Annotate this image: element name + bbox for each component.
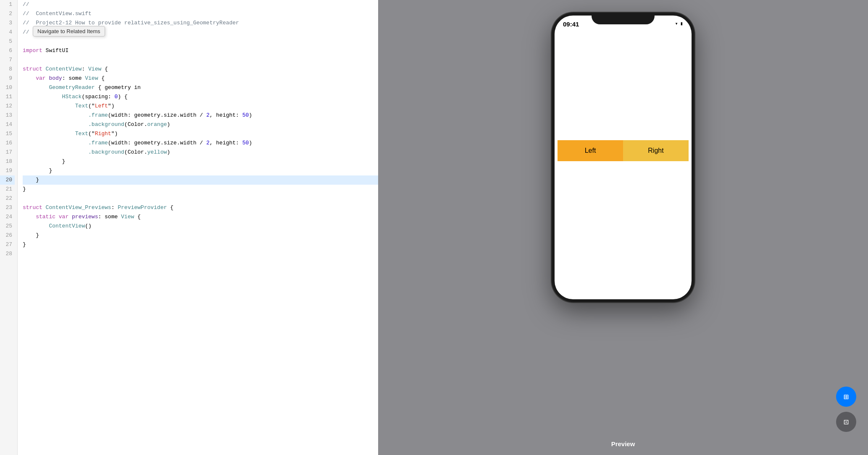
code-line-22 (23, 194, 378, 203)
line-number-6: 6 (0, 46, 15, 55)
line-number-12: 12 (0, 102, 15, 111)
device-icon: ⊡ (844, 417, 849, 427)
code-line-5 (23, 37, 378, 46)
line-number-25: 25 (0, 222, 15, 231)
code-line-18: } (23, 157, 378, 166)
code-line-27: } (23, 240, 378, 249)
code-line-26: } (23, 231, 378, 240)
code-line-8: struct ContentView: View { (23, 65, 378, 74)
line-number-2: 2 (0, 9, 15, 18)
iphone-notch (592, 13, 655, 24)
wifi-icon: ▾ (675, 21, 678, 27)
status-icons: ▾ ▮ (675, 21, 683, 27)
status-time: 09:41 (563, 21, 579, 28)
line-number-16: 16 (0, 139, 15, 148)
line-number-26: 26 (0, 231, 15, 240)
line-number-13: 13 (0, 111, 15, 120)
code-line-11: HStack(spacing: 0) { (23, 92, 378, 102)
line-number-7: 7 (0, 55, 15, 65)
line-number-4: 4 (0, 28, 15, 37)
live-preview-button[interactable]: ⊞ (836, 387, 856, 407)
line-number-22: 22 (0, 194, 15, 203)
preview-panel: 09:41 ▾ ▮ Left Right ⊞ ⊡ (378, 0, 868, 455)
line-number-10: 10 (0, 83, 15, 92)
iphone-screen: 09:41 ▾ ▮ Left Right (555, 16, 692, 299)
line-number-21: 21 (0, 185, 15, 194)
editor-panel: 1234567891011121314151617181920212223242… (0, 0, 378, 455)
line-number-17: 17 (0, 148, 15, 157)
bar-right-label: Right (648, 147, 663, 154)
preview-bars: Left Right (558, 140, 689, 161)
line-number-1: 1 (0, 0, 15, 9)
code-line-21: } (23, 185, 378, 194)
line-number-19: 19 (0, 166, 15, 175)
code-line-20: } (23, 175, 378, 185)
code-line-7 (23, 55, 378, 65)
line-numbers: 1234567891011121314151617181920212223242… (0, 0, 18, 455)
line-number-11: 11 (0, 92, 15, 102)
line-number-23: 23 (0, 203, 15, 212)
code-content[interactable]: //// ContentView.swift// Project2-12 How… (18, 0, 378, 455)
code-line-12: Text("Left") (23, 102, 378, 111)
line-number-27: 27 (0, 240, 15, 249)
bar-right: Right (623, 140, 689, 161)
preview-buttons: ⊞ ⊡ (836, 387, 856, 432)
code-line-25: ContentView() (23, 222, 378, 231)
tooltip: Navigate to Related Items (33, 26, 105, 37)
bar-left: Left (558, 140, 623, 161)
code-line-9: var body: some View { (23, 74, 378, 83)
code-line-10: GeometryReader { geometry in (23, 83, 378, 92)
line-number-14: 14 (0, 120, 15, 129)
code-line-6: import SwiftUI (23, 46, 378, 55)
code-line-19: } (23, 166, 378, 175)
line-number-3: 3 (0, 18, 15, 28)
live-preview-icon: ⊞ (844, 392, 849, 402)
code-line-28 (23, 249, 378, 259)
code-line-23: struct ContentView_Previews: PreviewProv… (23, 203, 378, 212)
bar-left-label: Left (585, 147, 596, 154)
code-line-17: .background(Color.yellow) (23, 148, 378, 157)
line-number-9: 9 (0, 74, 15, 83)
code-line-14: .background(Color.orange) (23, 120, 378, 129)
code-line-16: .frame(width: geometry.size.width / 2, h… (23, 139, 378, 148)
code-line-24: static var previews: some View { (23, 212, 378, 222)
preview-label: Preview (611, 440, 635, 447)
line-number-8: 8 (0, 65, 15, 74)
battery-icon: ▮ (680, 21, 683, 27)
line-number-15: 15 (0, 129, 15, 139)
line-number-24: 24 (0, 212, 15, 222)
line-number-28: 28 (0, 249, 15, 259)
code-area: 1234567891011121314151617181920212223242… (0, 0, 378, 455)
line-number-18: 18 (0, 157, 15, 166)
code-line-1: // (23, 0, 378, 9)
iphone-mockup: 09:41 ▾ ▮ Left Right (552, 13, 694, 302)
code-line-2: // ContentView.swift (23, 9, 378, 18)
code-line-13: .frame(width: geometry.size.width / 2, h… (23, 111, 378, 120)
code-line-15: Text("Right") (23, 129, 378, 139)
device-button[interactable]: ⊡ (836, 412, 856, 432)
line-number-5: 5 (0, 37, 15, 46)
line-number-20: 20 (0, 175, 15, 185)
